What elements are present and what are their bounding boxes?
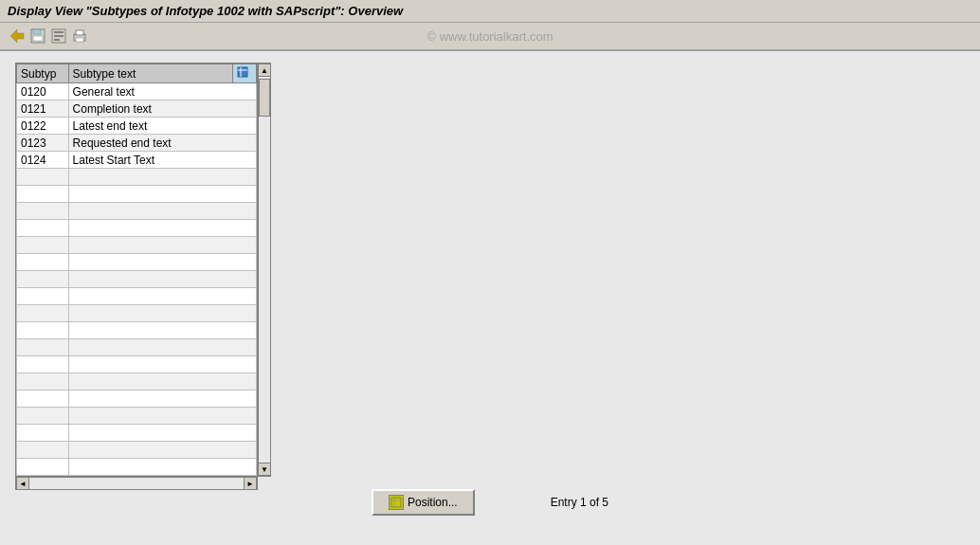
table-header-row: Subtyp Subtype text <box>17 64 257 83</box>
cell-text: Completion text <box>68 100 256 118</box>
table-row[interactable]: 0124Latest Start Text <box>17 152 257 169</box>
svg-rect-3 <box>33 36 43 41</box>
scroll-track-h <box>29 478 244 489</box>
svg-rect-9 <box>76 30 83 35</box>
table-row[interactable]: 0123Requested end text <box>17 135 257 152</box>
table-row-empty <box>17 425 257 442</box>
cell-subtyp: 0124 <box>17 152 69 169</box>
bottom-bar: Position... Entry 1 of 5 <box>0 489 980 516</box>
scroll-down-btn[interactable]: ▼ <box>258 463 271 476</box>
cell-text: General text <box>68 83 256 100</box>
cell-subtyp: 0121 <box>17 100 69 118</box>
scroll-left-btn[interactable]: ◄ <box>16 477 29 490</box>
table-row-empty <box>17 322 257 339</box>
toolbar: © www.tutorialkart.com <box>0 23 980 51</box>
table-row-empty <box>17 169 257 186</box>
title-bar: Display View "Subtypes of Infotype 1002 … <box>0 0 980 23</box>
svg-rect-2 <box>33 29 41 34</box>
watermark: © www.tutorialkart.com <box>426 29 553 44</box>
vertical-scrollbar[interactable]: ▲ ▼ <box>258 63 271 477</box>
scroll-up-btn[interactable]: ▲ <box>258 64 271 77</box>
table-row[interactable]: 0122Latest end text <box>17 118 257 135</box>
position-button[interactable]: Position... <box>372 489 475 516</box>
col-header-subtyp: Subtyp <box>17 64 69 83</box>
svg-rect-6 <box>54 35 64 37</box>
table-row-empty <box>17 220 257 237</box>
scroll-right-btn[interactable]: ► <box>244 477 257 490</box>
table-row-empty <box>17 203 257 220</box>
table-row[interactable]: 0120General text <box>17 83 257 100</box>
table-row-empty <box>17 391 257 408</box>
title-text: Display View "Subtypes of Infotype 1002 … <box>8 4 403 18</box>
table-wrapper: Subtyp Subtype text <box>15 63 271 490</box>
position-btn-label: Position... <box>408 496 458 509</box>
cell-text: Requested end text <box>68 135 256 152</box>
svg-marker-0 <box>10 29 24 43</box>
back-icon[interactable] <box>8 27 27 45</box>
print-icon[interactable] <box>70 27 89 45</box>
table-inner: Subtyp Subtype text <box>15 63 258 477</box>
table-row-empty <box>17 459 257 476</box>
local-layout-icon[interactable] <box>49 27 68 45</box>
table-row-empty <box>17 186 257 203</box>
table-row-empty <box>17 288 257 305</box>
entry-text: Entry 1 of 5 <box>551 496 608 509</box>
cell-text: Latest end text <box>68 118 256 135</box>
col-header-icon <box>233 64 257 83</box>
svg-rect-11 <box>238 67 247 77</box>
table-row-empty <box>17 373 257 391</box>
table-row-empty <box>17 442 257 459</box>
table-row-empty <box>17 339 257 356</box>
data-table: Subtyp Subtype text <box>16 64 257 476</box>
table-row[interactable]: 0121Completion text <box>17 100 257 118</box>
cell-subtyp: 0122 <box>17 118 69 135</box>
table-row-empty <box>17 356 257 373</box>
save-icon[interactable] <box>28 27 47 45</box>
col-header-text: Subtype text <box>68 64 233 83</box>
table-row-empty <box>17 237 257 254</box>
position-btn-icon <box>389 495 404 510</box>
cell-subtyp: 0123 <box>17 135 69 152</box>
scroll-track-v <box>259 77 270 463</box>
cell-subtyp: 0120 <box>17 83 69 100</box>
svg-rect-10 <box>76 38 83 42</box>
svg-rect-14 <box>391 498 401 507</box>
table-row-empty <box>17 271 257 288</box>
main-area: Subtyp Subtype text <box>0 51 980 525</box>
horizontal-scrollbar[interactable]: ◄ ► <box>15 477 258 490</box>
table-row-empty <box>17 305 257 322</box>
table-row-empty <box>17 254 257 271</box>
table-row-empty <box>17 408 257 425</box>
cell-text: Latest Start Text <box>68 152 256 169</box>
scroll-thumb-v[interactable] <box>259 79 270 117</box>
svg-rect-5 <box>54 31 64 33</box>
svg-rect-7 <box>54 39 60 41</box>
